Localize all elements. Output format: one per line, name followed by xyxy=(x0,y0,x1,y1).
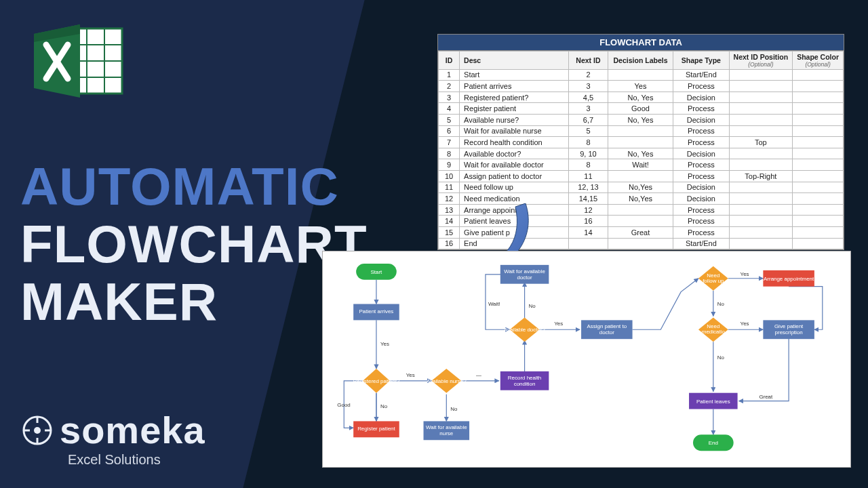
table-row: 12Need medication14,15No,YesDecision xyxy=(439,193,844,205)
svg-text:No: No xyxy=(380,403,388,409)
svg-text:Great: Great xyxy=(759,394,773,400)
svg-text:medicatio: medicatio xyxy=(702,329,726,335)
brand-mark-icon xyxy=(20,413,54,447)
table-row: 9Wait for available doctor8Wait!Process xyxy=(439,159,844,171)
svg-text:Wait!: Wait! xyxy=(488,301,500,307)
node-registered-patient: Registered patient? xyxy=(353,369,400,393)
excel-icon xyxy=(27,20,129,102)
table-row: 14Patient leaves16Process xyxy=(439,216,844,227)
brand-tagline: Excel Solutions xyxy=(68,452,205,468)
table-row: 7Record health condition8ProcessTop xyxy=(439,137,844,148)
svg-text:Yes: Yes xyxy=(406,372,415,378)
node-start: Start xyxy=(356,264,397,280)
svg-text:Start: Start xyxy=(371,269,383,275)
svg-text:follow up: follow up xyxy=(703,278,724,284)
col-decision-labels: Decision Labels xyxy=(608,52,673,70)
node-give-prescription: Give patient prescription xyxy=(763,320,814,339)
svg-text:No: No xyxy=(529,303,536,309)
table-header-row: ID Desc Next ID Decision Labels Shape Ty… xyxy=(439,52,844,70)
table-row: 15Give patient p14GreatProcess xyxy=(439,226,844,238)
node-available-nurse: Available nurse? xyxy=(427,369,467,393)
svg-text:—: — xyxy=(476,372,481,378)
table-row: 11Need follow up12, 13No,YesDecision xyxy=(439,182,844,193)
svg-text:Patient leaves: Patient leaves xyxy=(696,399,730,405)
table-row: 6Wait for available nurse5Process xyxy=(439,125,844,137)
svg-text:No: No xyxy=(717,354,725,361)
table-row: 1Start2Start/End xyxy=(439,69,844,81)
headline-line-1: AUTOMATIC xyxy=(20,156,368,218)
node-end: End xyxy=(693,434,734,451)
table-title: FLOWCHART DATA xyxy=(438,35,844,51)
flowchart-data-table: FLOWCHART DATA ID Desc Next ID Decision … xyxy=(437,34,844,250)
svg-text:Arrange appointment: Arrange appointment xyxy=(764,276,814,282)
col-id: ID xyxy=(439,52,460,70)
node-wait-nurse: Wait for available nurse xyxy=(424,421,470,440)
node-arrange-appointment: Arrange appointment xyxy=(763,270,814,287)
svg-text:No: No xyxy=(450,406,458,412)
col-next-id: Next ID xyxy=(569,52,608,70)
svg-text:Available nurse?: Available nurse? xyxy=(427,378,467,384)
svg-text:Good: Good xyxy=(337,402,350,408)
headline: AUTOMATIC FLOWCHART MAKER xyxy=(20,156,368,333)
svg-text:Registered patient?: Registered patient? xyxy=(353,378,400,384)
svg-point-11 xyxy=(34,427,41,434)
svg-text:prescription: prescription xyxy=(775,329,803,336)
headline-line-3: MAKER xyxy=(20,271,368,333)
node-patient-arrives: Patient arrives xyxy=(353,304,399,321)
table-row: 5Available nurse?6,7No, YesDecision xyxy=(439,114,844,125)
table-row: 8Available doctor?9, 10No, YesDecision xyxy=(439,148,844,159)
table-row: 13Arrange appointme12Process xyxy=(439,204,844,216)
table-row: 10Assign patient to doctor11ProcessTop-R… xyxy=(439,170,844,182)
svg-text:No: No xyxy=(717,301,725,307)
headline-line-2: FLOWCHART xyxy=(20,214,368,275)
svg-text:Register patient: Register patient xyxy=(357,426,395,432)
col-desc: Desc xyxy=(460,52,569,70)
node-need-medication: Need medicatio xyxy=(698,317,728,342)
flowchart-preview: Yes Good No Yes No — Wait! No Yes Yes No… xyxy=(322,251,851,468)
node-register-patient: Register patient xyxy=(353,421,399,437)
svg-text:Wait for available: Wait for available xyxy=(504,268,545,274)
svg-text:Yes: Yes xyxy=(741,271,749,277)
node-need-follow-up: Need follow up xyxy=(698,266,728,291)
node-patient-leaves: Patient leaves xyxy=(689,393,738,409)
svg-text:doctor: doctor xyxy=(517,274,532,281)
svg-text:Available doctor?: Available doctor? xyxy=(504,327,545,333)
svg-text:Yes: Yes xyxy=(554,321,563,327)
svg-text:Assign patient to: Assign patient to xyxy=(587,323,627,329)
svg-text:Yes: Yes xyxy=(380,341,389,347)
table-row: 4Register patient3GoodProcess xyxy=(439,103,844,115)
table-row: 2Patient arrives3YesProcess xyxy=(439,81,844,92)
table-row: 3Registered patient?4,5No, YesDecision xyxy=(439,92,844,103)
brand-name: someka xyxy=(60,408,205,452)
brand-logo: someka Excel Solutions xyxy=(20,408,205,468)
col-next-id-position: Next ID Position(Optional) xyxy=(729,52,793,70)
svg-text:Patient arrives: Patient arrives xyxy=(359,308,394,314)
svg-text:Record health: Record health xyxy=(508,375,541,381)
svg-text:Wait for available: Wait for available xyxy=(426,424,467,430)
svg-text:condition: condition xyxy=(514,381,536,387)
svg-text:doctor: doctor xyxy=(599,329,614,336)
svg-text:Yes: Yes xyxy=(741,321,749,327)
node-record-health: Record health condition xyxy=(500,371,549,390)
node-wait-doctor: Wait for available doctor xyxy=(500,265,549,284)
svg-text:nurse: nurse xyxy=(439,430,453,436)
col-shape-type: Shape Type xyxy=(673,52,729,70)
svg-text:End: End xyxy=(709,440,718,446)
svg-text:Give patient: Give patient xyxy=(774,323,804,329)
node-assign-patient: Assign patient to doctor xyxy=(581,320,633,339)
node-available-doctor: Available doctor? xyxy=(504,317,545,342)
table-row: 16EndStart/End xyxy=(439,238,844,249)
col-shape-color: Shape Color(Optional) xyxy=(793,52,844,70)
